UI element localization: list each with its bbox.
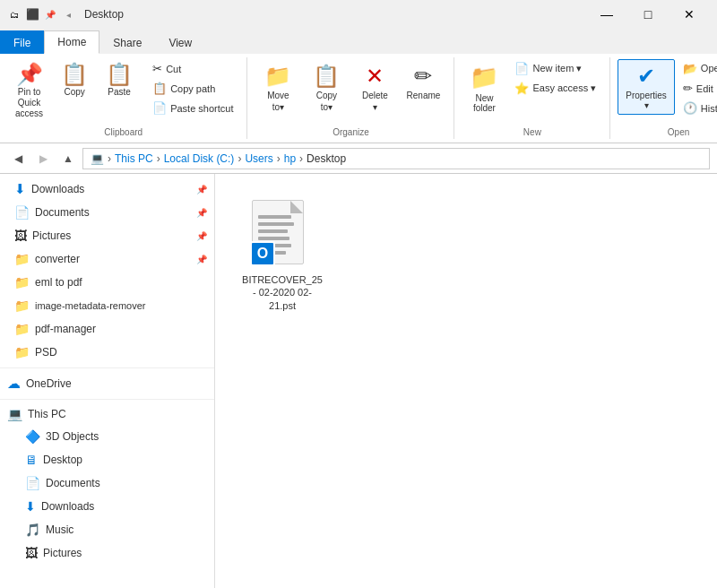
onedrive-icon: ☁	[7, 376, 21, 392]
pin-icon: 📌	[16, 64, 43, 85]
copy-button[interactable]: 📋 Copy	[53, 59, 96, 101]
copy-icon: 📋	[61, 64, 88, 85]
new-small-group: 📄 New item ▾ ⭐ Easy access ▾	[508, 59, 602, 98]
address-path[interactable]: 💻 › This PC › Local Disk (C:) › Users › …	[82, 148, 710, 169]
paste-icon: 📋	[106, 64, 133, 85]
easy-access-button[interactable]: ⭐ Easy access ▾	[508, 79, 602, 98]
delete-button[interactable]: ✕ Delete ▾	[351, 59, 398, 117]
maximize-btn[interactable]: □	[627, 0, 669, 29]
easy-access-icon: ⭐	[514, 82, 529, 95]
sidebar-item-downloads-quick[interactable]: ⬇ Downloads 📌	[0, 177, 214, 201]
tab-share[interactable]: Share	[99, 30, 155, 54]
main-area: ⬇ Downloads 📌 📄 Documents 📌 🖼 Pictures 📌…	[0, 174, 717, 588]
edit-icon: ✏	[683, 82, 693, 95]
back-button[interactable]: ◀	[7, 148, 29, 169]
sidebar-item-3d-objects[interactable]: 🔷 3D Objects	[0, 425, 214, 448]
this-pc-icon: 💻	[7, 407, 22, 421]
rename-button[interactable]: ✏ Rename	[400, 59, 446, 105]
psd-icon: 📁	[14, 345, 30, 359]
copy-path-icon: 📋	[152, 82, 167, 95]
sidebar-item-this-pc[interactable]: 💻 This PC	[0, 403, 214, 425]
sidebar-item-downloads-nav[interactable]: ⬇ Downloads	[0, 495, 214, 518]
pin-icon: 📌	[43, 7, 57, 22]
pin-to-quick-access-button[interactable]: 📌 Pin to Quick access	[7, 59, 51, 124]
path-hp[interactable]: hp	[284, 152, 296, 165]
sidebar-item-eml-to-pdf[interactable]: 📁 eml to pdf	[0, 271, 214, 294]
sidebar-item-pictures-quick[interactable]: 🖼 Pictures 📌	[0, 224, 214, 247]
organize-group: 📁 Move to▾ 📋 Copy to▾ ✕ Delete ▾ ✏ Renam…	[247, 57, 454, 139]
paste-button[interactable]: 📋 Paste	[98, 59, 141, 101]
pictures-nav-icon: 🖼	[25, 546, 38, 560]
up-button[interactable]: ▲	[57, 148, 79, 169]
copy-to-button[interactable]: 📋 Copy to▾	[303, 59, 350, 117]
new-folder-button[interactable]: 📁 Newfolder	[462, 59, 506, 117]
new-item-button[interactable]: 📄 New item ▾	[508, 59, 602, 78]
history-icon: 🕐	[683, 101, 697, 115]
sidebar-item-documents-nav[interactable]: 📄 Documents	[0, 471, 214, 495]
cut-icon: ✂	[152, 62, 162, 75]
path-desktop: Desktop	[307, 152, 346, 165]
pin-indicator: 📌	[196, 208, 207, 218]
path-local-disk[interactable]: Local Disk (C:)	[164, 152, 235, 165]
tab-file[interactable]: File	[0, 30, 44, 54]
new-buttons: 📁 Newfolder 📄 New item ▾ ⭐ Easy access ▾	[462, 59, 602, 124]
pdf-mgr-icon: 📁	[14, 322, 30, 336]
sidebar-divider-2	[0, 399, 214, 400]
edit-button[interactable]: ✏ Edit	[677, 79, 717, 98]
address-bar: ◀ ▶ ▲ 💻 › This PC › Local Disk (C:) › Us…	[0, 143, 717, 174]
sidebar-item-desktop[interactable]: 🖥 Desktop	[0, 448, 214, 471]
file-name: BITRECOVER_25- 02-2020 02-21.pst	[241, 273, 324, 312]
paste-shortcut-icon: 📄	[152, 101, 167, 115]
tab-view[interactable]: View	[155, 30, 205, 54]
sidebar-item-psd[interactable]: 📁 PSD	[0, 341, 214, 364]
pin-indicator: 📌	[196, 255, 207, 264]
3d-objects-icon: 🔷	[25, 429, 40, 444]
sidebar-divider-1	[0, 368, 214, 368]
new-group-label: New	[523, 124, 541, 137]
desktop-nav-icon: 🖥	[25, 453, 38, 467]
paste-shortcut-button[interactable]: 📄 Paste shortcut	[146, 99, 239, 117]
pictures-quick-icon: 🖼	[14, 229, 27, 243]
pin-indicator: 📌	[196, 185, 207, 195]
file-item-bitrecover-pst[interactable]: O BITRECOVER_25- 02-2020 02-21.pst	[233, 192, 332, 320]
sidebar-item-converter[interactable]: 📁 converter 📌	[0, 247, 214, 271]
cut-button[interactable]: ✂ Cut	[146, 59, 239, 78]
documents-quick-icon: 📄	[14, 205, 30, 220]
sidebar-item-music-nav[interactable]: 🎵 Music	[0, 518, 214, 541]
title-bar-icons: 🗂 ⬛ 📌 ◂	[7, 7, 75, 22]
sidebar-item-pdf-manager[interactable]: 📁 pdf-manager	[0, 317, 214, 341]
minimize-btn[interactable]: —	[586, 0, 627, 29]
sidebar-item-documents-quick[interactable]: 📄 Documents 📌	[0, 201, 214, 224]
close-btn[interactable]: ✕	[669, 0, 710, 29]
sidebar-item-onedrive[interactable]: ☁ OneDrive	[0, 372, 214, 395]
path-users[interactable]: Users	[245, 152, 272, 165]
converter-icon: 📁	[14, 252, 30, 266]
sidebar-item-image-metadata-remover[interactable]: 📁 image-metadata-remover	[0, 294, 214, 317]
window-icon: 🗂	[7, 7, 22, 22]
ribbon: 📌 Pin to Quick access 📋 Copy 📋 Paste ✂ C…	[0, 54, 717, 143]
delete-icon: ✕	[366, 64, 384, 89]
open-group-label: Open	[668, 124, 689, 137]
pst-file-icon: O	[252, 200, 313, 270]
new-group: 📁 Newfolder 📄 New item ▾ ⭐ Easy access ▾…	[454, 57, 610, 139]
copy-path-button[interactable]: 📋 Copy path	[146, 79, 239, 98]
quick-access-icon: ⬛	[25, 7, 39, 22]
title-bar: 🗂 ⬛ 📌 ◂ Desktop — □ ✕	[0, 0, 717, 29]
properties-button[interactable]: ✔ Properties▾	[618, 59, 675, 115]
open-icon: 📂	[683, 62, 697, 75]
history-button[interactable]: 🕐 History	[677, 99, 717, 117]
new-item-icon: 📄	[514, 62, 529, 75]
rename-icon: ✏	[414, 64, 432, 89]
sidebar-item-pictures-nav[interactable]: 🖼 Pictures	[0, 541, 214, 565]
music-nav-icon: 🎵	[25, 523, 40, 537]
tab-home[interactable]: Home	[44, 30, 99, 54]
documents-nav-icon: 📄	[25, 476, 40, 490]
move-to-icon: 📁	[264, 64, 291, 89]
downloads-nav-icon: ⬇	[25, 499, 36, 514]
move-to-button[interactable]: 📁 Move to▾	[255, 59, 301, 117]
sidebar: ⬇ Downloads 📌 📄 Documents 📌 🖼 Pictures 📌…	[0, 174, 215, 588]
forward-button[interactable]: ▶	[32, 148, 54, 169]
title-bar-back: ◂	[61, 7, 75, 22]
open-button[interactable]: 📂 Open ▾	[677, 59, 717, 78]
path-this-pc[interactable]: This PC	[115, 152, 153, 165]
